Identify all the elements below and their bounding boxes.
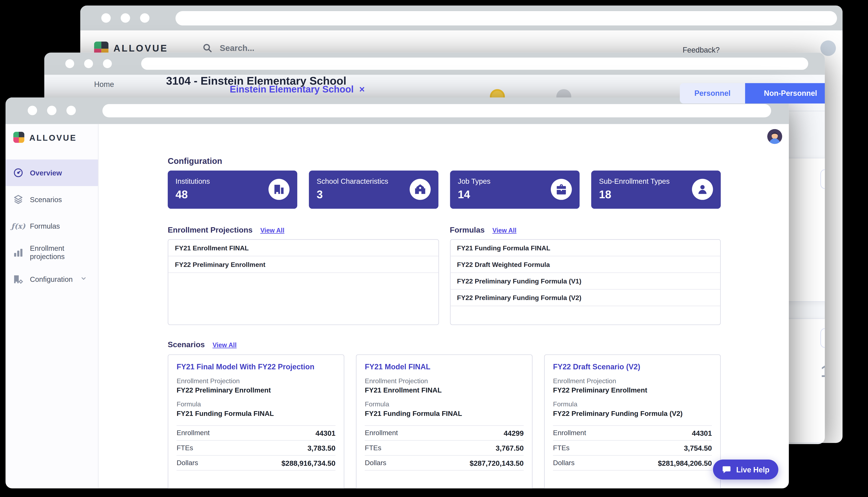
maximize-window-button[interactable] <box>67 106 76 115</box>
view-button[interactable]: View <box>821 328 825 348</box>
sidebar-item-enrollment-projections[interactable]: Enrollment projections <box>5 239 98 266</box>
projection-label: Enrollment Projection <box>365 377 524 385</box>
scenarios-heading: Scenarios <box>168 340 205 349</box>
stat-row: Dollars $288,916,734.50 <box>177 456 335 470</box>
close-window-button[interactable] <box>28 106 37 115</box>
school-icon <box>409 179 431 200</box>
sidebar-item-label: Formulas <box>30 222 60 230</box>
school-characteristics-card[interactable]: School Characteristics 3 <box>309 170 438 209</box>
main-content: Configuration Institutions 48 <box>99 124 789 488</box>
bar-chart-icon <box>12 246 25 259</box>
search-icon <box>202 43 213 53</box>
desktop-background: ALLOVUE Search... Feedback? Home Einstei <box>0 0 868 497</box>
view-all-link[interactable]: View All <box>492 227 516 233</box>
sidebar-nav: Overview Scenarios ƒ(x) Formulas <box>5 159 98 293</box>
formulas-section: Formulas View All FY21 Funding Formula F… <box>450 225 721 325</box>
address-bar[interactable] <box>102 104 771 117</box>
person-icon <box>692 179 713 200</box>
view-all-link[interactable]: View All <box>260 227 284 233</box>
minimize-window-button[interactable] <box>120 13 130 23</box>
projection-label: Enrollment Projection <box>177 377 335 385</box>
stat-value: 44301 <box>316 429 335 437</box>
list-item[interactable]: FY22 Preliminary Enrollment <box>169 256 438 273</box>
formula-label: Formula <box>177 400 335 408</box>
view-button[interactable]: View <box>821 169 825 189</box>
main-header <box>99 124 789 150</box>
user-avatar[interactable] <box>767 129 782 144</box>
scenario-title: FY21 Model FINAL <box>365 363 524 371</box>
close-window-button[interactable] <box>101 13 111 23</box>
minimize-window-button[interactable] <box>47 106 56 115</box>
projection-value: FY22 Preliminary Enrollment <box>177 386 335 394</box>
chat-bubble-icon <box>722 465 731 474</box>
stat-value: 3,767.50 <box>496 444 524 452</box>
formulas-heading: Formulas <box>450 225 485 234</box>
stat-label: Dollars <box>553 459 575 467</box>
scenario-title: FY21 Final Model With FY22 Projection <box>177 363 335 371</box>
formula-value: FY22 Preliminary Funding Formula (V2) <box>553 410 712 417</box>
enrollment-projections-section: Enrollment Projections View All FY21 Enr… <box>168 225 439 325</box>
formulas-list: FY21 Funding Formula FINAL FY22 Draft We… <box>450 239 721 325</box>
scenario-card[interactable]: FY22 Draft Scenario (V2) Enrollment Proj… <box>544 354 721 488</box>
list-item[interactable]: FY22 Preliminary Funding Formula (V1) <box>450 273 720 289</box>
address-bar[interactable] <box>175 11 837 26</box>
sidebar-item-overview[interactable]: Overview <box>5 159 98 186</box>
live-help-button[interactable]: Live Help <box>713 459 778 479</box>
formula-label: Formula <box>553 400 712 408</box>
tab-non-personnel[interactable]: Non-Personnel <box>745 83 825 103</box>
stat-label: FTEs <box>177 444 193 452</box>
stat-label: FTEs <box>553 444 569 452</box>
stat-value: 3,754.50 <box>684 444 712 452</box>
sidebar-item-scenarios[interactable]: Scenarios <box>5 186 98 213</box>
list-item[interactable]: FY21 Funding Formula FINAL <box>450 240 720 256</box>
institutions-card[interactable]: Institutions 48 <box>168 170 297 209</box>
address-bar[interactable] <box>141 58 808 70</box>
stat-row: Dollars $281,984,206.50 <box>553 456 712 470</box>
list-item[interactable]: FY22 Draft Weighted Formula <box>450 256 720 273</box>
search-placeholder-text: Search... <box>220 43 254 53</box>
list-item[interactable]: FY21 Enrollment FINAL <box>169 240 438 256</box>
stat-label: Dollars <box>365 459 386 467</box>
user-avatar[interactable] <box>821 40 836 56</box>
chevron-down-icon <box>81 275 87 283</box>
maximize-window-button[interactable] <box>103 59 112 68</box>
configuration-cards: Institutions 48 School Characteristics 3 <box>168 170 721 209</box>
back-window-titlebar <box>80 5 842 30</box>
layers-icon <box>12 193 25 205</box>
sidebar-item-configuration[interactable]: Configuration <box>5 266 98 292</box>
sidebar-item-formulas[interactable]: ƒ(x) Formulas <box>5 213 98 239</box>
projection-value: FY21 Enrollment FINAL <box>365 386 524 394</box>
stat-row: FTEs 3,767.50 <box>365 441 524 456</box>
close-tab-icon[interactable]: × <box>359 84 365 95</box>
job-types-card[interactable]: Job Types 14 <box>450 170 580 209</box>
breadcrumb-home[interactable]: Home <box>94 80 114 88</box>
stat-row: FTEs 3,754.50 <box>553 441 712 456</box>
enrollment-projections-list: FY21 Enrollment FINAL FY22 Preliminary E… <box>168 239 439 325</box>
scenarios-section: Scenarios View All FY21 Final Model With… <box>168 340 721 488</box>
stat-label: Enrollment <box>553 429 586 437</box>
stat-row: Enrollment 44301 <box>177 426 335 441</box>
stat-row: Enrollment 44299 <box>365 426 524 441</box>
search-input[interactable]: Search... <box>202 43 255 53</box>
scenario-card[interactable]: FY21 Final Model With FY22 Projection En… <box>168 354 344 488</box>
fx-icon: ƒ(x) <box>12 220 25 232</box>
stat-value: $287,720,143.50 <box>469 459 524 467</box>
scenario-title: FY22 Draft Scenario (V2) <box>553 363 712 371</box>
minimize-window-button[interactable] <box>84 59 93 68</box>
projection-label: Enrollment Projection <box>553 377 712 385</box>
building-gear-icon <box>12 273 25 285</box>
close-window-button[interactable] <box>66 59 74 68</box>
panel-value: 18 <box>821 362 825 381</box>
formula-label: Formula <box>365 400 524 408</box>
sub-enrollment-types-card[interactable]: Sub-Enrollment Types 18 <box>591 170 721 209</box>
stat-value: 44299 <box>504 429 524 437</box>
building-icon <box>269 179 290 200</box>
allovue-logo: ALLOVUE <box>5 124 98 143</box>
view-all-link[interactable]: View All <box>213 342 236 348</box>
list-item[interactable]: FY22 Preliminary Funding Formula (V2) <box>450 290 720 306</box>
sidebar-item-label: Scenarios <box>30 195 62 203</box>
tab-personnel[interactable]: Personnel <box>680 83 745 103</box>
maximize-window-button[interactable] <box>140 13 149 23</box>
stat-row: Dollars $287,720,143.50 <box>365 456 524 470</box>
scenario-card[interactable]: FY21 Model FINAL Enrollment Projection F… <box>356 354 533 488</box>
